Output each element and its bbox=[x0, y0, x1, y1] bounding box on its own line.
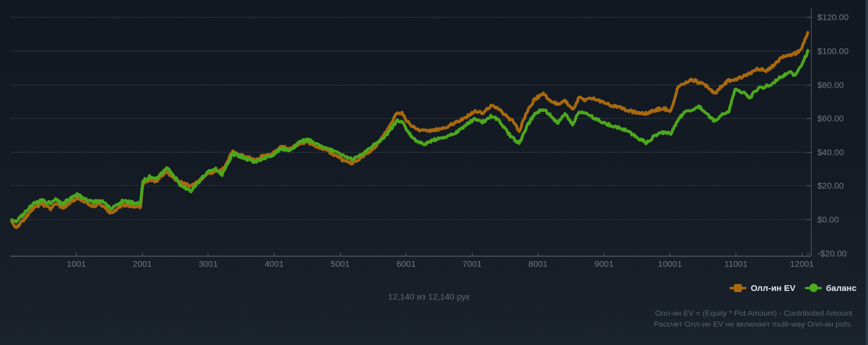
hands-count-text: 12,140 из 12,140 рук bbox=[388, 292, 470, 301]
legend-label-allin-ev: Олл-ин EV bbox=[751, 283, 795, 293]
chart-legend: Олл-ин EV баланс bbox=[729, 283, 856, 293]
legend-item-allin-ev[interactable]: Олл-ин EV bbox=[729, 283, 795, 293]
x-axis-label: 10001 bbox=[658, 259, 682, 269]
x-axis-label: 1001 bbox=[67, 259, 86, 269]
y-axis-label: $80.00 bbox=[817, 80, 844, 90]
allin-ev-series-marker-icon bbox=[729, 283, 747, 292]
x-axis-label: 9001 bbox=[595, 259, 614, 269]
graph-panel: $120.00$100.00$80.00$60.00$40.00$20.00$0… bbox=[0, 0, 868, 345]
y-axis-label: $60.00 bbox=[817, 113, 844, 123]
legend-label-balance: баланс bbox=[826, 283, 856, 293]
y-axis-label: $120.00 bbox=[817, 12, 848, 22]
y-axis-label: $40.00 bbox=[817, 147, 844, 157]
x-axis-label: 4001 bbox=[265, 259, 284, 269]
ev-formula-note: Олл-ин EV = (Equity * Pot Amount) - Cont… bbox=[654, 308, 852, 329]
panel-scrollbar[interactable] bbox=[866, 0, 868, 345]
y-axis-label: -$20.00 bbox=[817, 248, 847, 258]
y-axis-label: $20.00 bbox=[817, 181, 844, 190]
legend-item-balance[interactable]: баланс bbox=[805, 283, 856, 293]
x-axis-label: 2001 bbox=[133, 259, 152, 269]
x-axis-label: 7001 bbox=[462, 259, 481, 269]
x-axis-label: 8001 bbox=[528, 259, 547, 269]
ev-formula-line2: Рассчет Олл-ин EV не включает multi-way … bbox=[654, 319, 852, 329]
x-axis-label: 6001 bbox=[397, 259, 416, 269]
x-axis-label: 5001 bbox=[330, 259, 349, 269]
x-axis-label: 12001 bbox=[790, 259, 814, 269]
ev-formula-line1: Олл-ин EV = (Equity * Pot Amount) - Cont… bbox=[654, 308, 852, 319]
y-axis-label: $0.00 bbox=[817, 214, 839, 224]
y-axis-label: $100.00 bbox=[817, 46, 848, 56]
balance-series-marker-icon bbox=[805, 283, 822, 292]
x-axis-label: 11001 bbox=[724, 259, 748, 269]
x-axis-label: 3001 bbox=[199, 259, 218, 269]
